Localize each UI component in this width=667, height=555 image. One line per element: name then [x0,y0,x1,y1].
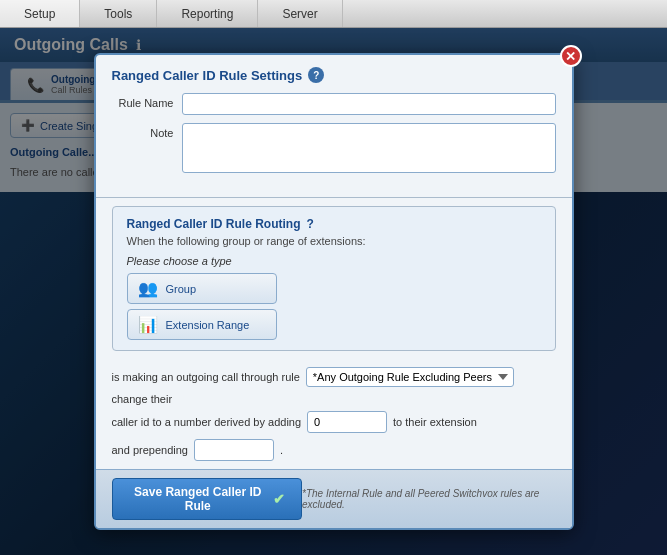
rule-name-row: Rule Name [112,93,556,115]
save-ranged-caller-id-rule-button[interactable]: Save Ranged Caller ID Rule ✔ [112,478,303,520]
modal-overlay: ✕ Ranged Caller ID Rule Settings ? Rule … [0,28,667,555]
modal-footer: Save Ranged Caller ID Rule ✔ *The Intern… [96,469,572,528]
routing-section: Ranged Caller ID Rule Routing ? When the… [112,206,556,351]
group-type-button[interactable]: 👥 Group [127,273,277,304]
call-rule-row: is making an outgoing call through rule … [96,359,572,409]
save-label: Save Ranged Caller ID Rule [129,485,268,513]
main-area: Outgoing Calls ℹ 📞 Outgoing Call Rules 📋… [0,28,667,555]
settings-title-text: Ranged Caller ID Rule Settings [112,68,303,83]
nav-server[interactable]: Server [258,0,342,27]
note-textarea[interactable] [182,123,556,173]
rule-name-label: Rule Name [112,93,182,109]
rule-name-input[interactable] [182,93,556,115]
prepend-input[interactable] [194,439,274,461]
routing-title-text: Ranged Caller ID Rule Routing [127,217,301,231]
offset-input[interactable] [307,411,387,433]
prepend-row: and prepending . [96,437,572,469]
modal-settings-section: Ranged Caller ID Rule Settings ? Rule Na… [96,55,572,193]
extension-range-label: Extension Range [166,319,250,331]
modal-dialog: ✕ Ranged Caller ID Rule Settings ? Rule … [94,53,574,530]
extension-range-icon: 📊 [138,315,158,334]
nav-reporting[interactable]: Reporting [157,0,258,27]
group-icon: 👥 [138,279,158,298]
nav-tools[interactable]: Tools [80,0,157,27]
extension-range-type-button[interactable]: 📊 Extension Range [127,309,277,340]
note-row: Note [112,123,556,173]
routing-subtitle: When the following group or range of ext… [127,235,541,247]
modal-close-button[interactable]: ✕ [560,45,582,67]
call-through-text: is making an outgoing call through rule [112,371,300,383]
footer-note: *The Internal Rule and all Peered Switch… [302,488,555,510]
settings-help-icon[interactable]: ? [308,67,324,83]
change-text: change their [112,393,173,405]
prepend-dot: . [280,444,283,456]
extension-text: to their extension [393,416,477,428]
top-navigation: Setup Tools Reporting Server [0,0,667,28]
type-label: Please choose a type [127,255,541,267]
note-label: Note [112,123,182,139]
checkmark-icon: ✔ [273,491,285,507]
modal-settings-title: Ranged Caller ID Rule Settings ? [112,67,556,83]
caller-id-text: caller id to a number derived by adding [112,416,302,428]
routing-title: Ranged Caller ID Rule Routing ? [127,217,541,231]
nav-setup[interactable]: Setup [0,0,80,27]
prepend-text: and prepending [112,444,188,456]
outgoing-rule-select[interactable]: *Any Outgoing Rule Excluding Peers *Any … [306,367,514,387]
type-buttons: 👥 Group 📊 Extension Range [127,273,541,340]
caller-id-row: caller id to a number derived by adding … [96,409,572,437]
routing-help-icon[interactable]: ? [307,217,314,231]
group-label: Group [166,283,197,295]
section-divider [96,197,572,198]
